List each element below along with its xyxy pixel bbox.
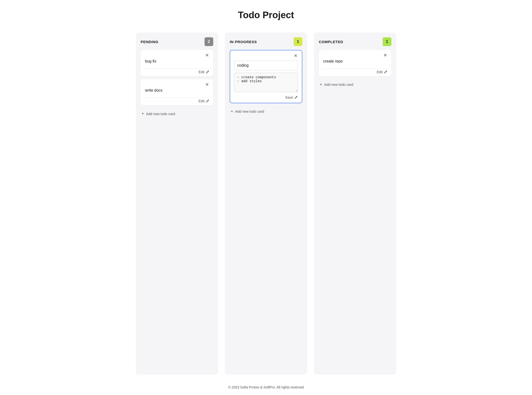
close-button-bug-fix[interactable]: ✕	[205, 53, 209, 58]
save-icon-coding	[294, 95, 298, 99]
card-top: ✕	[323, 53, 388, 58]
column-pending: PENDING 2 ✕ bug fix Edit	[136, 32, 218, 375]
edit-icon-create-repo	[384, 70, 388, 74]
todo-card-create-repo: ✕ create repo Edit	[319, 50, 391, 76]
card-title-write-docs: write docs	[144, 88, 209, 93]
footer: © 2023 Sofia Protsiv & SoftPro. All righ…	[0, 379, 532, 395]
column-in-progress: IN PROGRESS 1 ✕ - create components - ad…	[225, 32, 307, 375]
card-title-bug-fix: bug fix	[144, 59, 209, 63]
save-button-coding[interactable]: Save	[285, 95, 298, 99]
add-new-card-pending[interactable]: + Add new todo card	[141, 109, 213, 118]
card-footer-write-docs: Edit	[144, 97, 209, 103]
card-title-input-coding[interactable]	[234, 61, 298, 70]
column-badge-in-progress: 1	[294, 37, 302, 46]
editing-footer: Save	[234, 95, 298, 99]
add-new-card-completed[interactable]: + Add new todo card	[319, 80, 391, 89]
todo-card-write-docs: ✕ write docs Edit	[141, 79, 213, 106]
card-body-textarea-coding[interactable]: - create components - add styles	[234, 73, 298, 92]
column-badge-pending: 2	[205, 37, 213, 46]
column-completed: COMPLETED 1 ✕ create repo Edit	[314, 32, 396, 375]
todo-card-coding-editing: ✕ - create components - add styles Save	[230, 50, 302, 103]
card-top: ✕	[144, 83, 209, 87]
column-header-pending: PENDING 2	[141, 37, 213, 46]
card-footer-bug-fix: Edit	[144, 68, 209, 74]
add-plus-icon-completed: +	[320, 82, 322, 87]
edit-icon-write-docs	[205, 99, 209, 103]
column-header-in-progress: IN PROGRESS 1	[230, 37, 302, 46]
edit-button-write-docs[interactable]: Edit	[198, 99, 209, 103]
close-button-coding[interactable]: ✕	[293, 54, 298, 58]
edit-button-bug-fix[interactable]: Edit	[198, 70, 209, 74]
edit-icon-bug-fix	[205, 70, 209, 74]
card-top: ✕	[144, 53, 209, 58]
add-plus-icon-pending: +	[142, 111, 144, 116]
column-title-in-progress: IN PROGRESS	[230, 40, 257, 44]
todo-card-bug-fix: ✕ bug fix Edit	[141, 50, 213, 76]
add-plus-icon-in-progress: +	[231, 109, 233, 114]
card-footer-create-repo: Edit	[323, 68, 388, 74]
page-title: Todo Project	[0, 10, 532, 20]
column-title-completed: COMPLETED	[319, 40, 343, 44]
editing-top: ✕	[234, 54, 298, 58]
column-badge-completed: 1	[383, 37, 391, 46]
column-header-completed: COMPLETED 1	[319, 37, 391, 46]
close-button-create-repo[interactable]: ✕	[383, 53, 388, 58]
board: PENDING 2 ✕ bug fix Edit	[0, 28, 532, 379]
card-title-create-repo: create repo	[323, 59, 388, 63]
add-new-card-in-progress[interactable]: + Add new todo card	[230, 107, 302, 116]
column-title-pending: PENDING	[141, 40, 158, 44]
edit-button-create-repo[interactable]: Edit	[377, 70, 388, 74]
close-button-write-docs[interactable]: ✕	[205, 83, 209, 87]
